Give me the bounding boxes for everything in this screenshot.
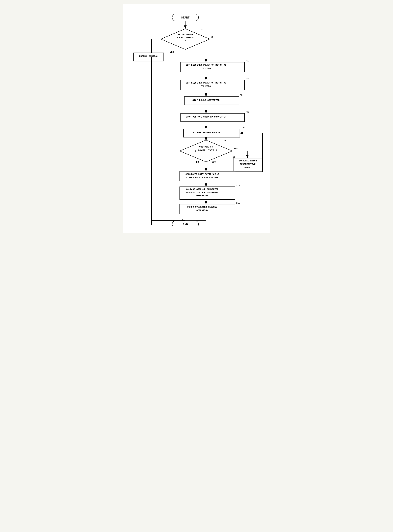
s9-t2: REGENERATIVE <box>240 163 256 165</box>
s5-step: S5 <box>240 94 242 96</box>
s3-t1: SET REQUIRED POWER OF MOTOR M1 <box>186 64 226 66</box>
s11-t2: RESUMES VOLTAGE STEP-DOWN <box>186 191 218 194</box>
s3-t2: TO ZERO <box>201 67 211 69</box>
s11-t1: VOLTAGE STEP-UP CONVERTER <box>186 188 218 190</box>
s1-t3: ? <box>184 39 186 42</box>
s1-diamond <box>161 29 210 49</box>
s1-step: S1 <box>201 28 203 31</box>
s10-t1: CALCULATE DUTY RATIO WHILE <box>185 173 219 175</box>
s4-t1: SET REQUIRED POWER OF MOTOR M2 <box>186 82 226 84</box>
s1-t1: IS DC POWER <box>178 34 193 36</box>
s12-t2: OPERATION <box>196 209 208 212</box>
s11-t3: OPERATION <box>196 194 208 197</box>
s7-label: CUT OFF SYSTEM RELAYS <box>192 131 220 134</box>
s8-yes-label: YES <box>234 148 238 150</box>
s8-t2: ≦ LOWER LIMIT ? <box>195 149 217 152</box>
s8-t1: VOLTAGE Vc <box>199 146 213 148</box>
s1-t2: SUPPLY NORMAL <box>176 36 194 39</box>
s8-no-label: NO <box>196 161 199 163</box>
s3-step: S3 <box>246 60 249 62</box>
s2-label: NORMAL CONTROL <box>139 55 158 57</box>
yes-label: YES <box>170 51 174 53</box>
s4-t2: TO ZERO <box>201 85 211 88</box>
s9-t1: INCREASE MOTOR <box>239 160 257 162</box>
s10-step-ref: S10 <box>211 161 216 163</box>
diagram-container: STARTIS DC POWERSUPPLY NORMAL?S1YESS2NOR… <box>123 4 270 233</box>
s11-step: S11 <box>236 184 240 187</box>
s4-step: S4 <box>246 78 249 80</box>
terminal-label: START <box>181 16 189 19</box>
s9-step: S9 <box>233 156 235 158</box>
s8-step: S8 <box>223 139 226 142</box>
s12-step: S12 <box>236 202 240 204</box>
s12-t1: DC/DC CONVERTER RESUMES <box>187 206 217 208</box>
terminal-label: END <box>183 223 188 226</box>
s6-label: STOP VOLTAGE STEP-UP CONVERTER <box>186 116 226 118</box>
s9-t3: AMOUNT <box>244 166 252 169</box>
s7-step: S7 <box>242 126 245 129</box>
s6-step: S6 <box>246 111 249 113</box>
no-label: NO <box>211 36 213 38</box>
s5-label: STOP DC/DC CONVERTER <box>192 99 220 101</box>
s10-t2: SYSTEM RELAYS ARE CUT OFF <box>186 176 218 179</box>
